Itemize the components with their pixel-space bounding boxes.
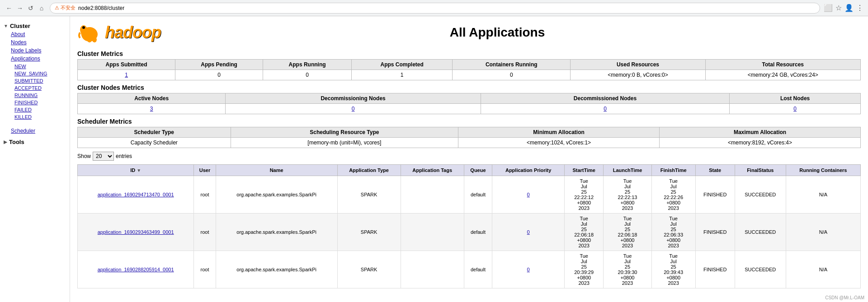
- cluster-header[interactable]: ▼ Cluster: [4, 22, 66, 30]
- menu-icon[interactable]: ⋮: [856, 4, 863, 12]
- sidebar-item-about[interactable]: About: [4, 30, 66, 38]
- id-sort-icon: ▼: [137, 168, 141, 173]
- sched-header-1: Scheduling Resource Type: [231, 127, 458, 138]
- main-content: ▼ Cluster About Nodes Node Labels Applic…: [0, 16, 868, 302]
- cell-running-containers: N/A: [786, 251, 860, 288]
- svg-point-4: [87, 37, 92, 42]
- sidebar-item-submitted[interactable]: SUBMITTED: [4, 77, 66, 84]
- priority-link[interactable]: 0: [527, 229, 530, 235]
- cell-final-status: SUCCEEDED: [735, 214, 786, 251]
- forward-button[interactable]: →: [15, 4, 24, 13]
- th-priority[interactable]: Application Priority: [492, 165, 565, 176]
- show-entries: Show 10 20 50 100 entries: [77, 152, 861, 161]
- sidebar-item-running[interactable]: RUNNING: [4, 92, 66, 99]
- cell-start-time: TueJul2520:39:29+08002023: [565, 251, 604, 288]
- nodes-val-3: 0: [730, 104, 861, 114]
- cluster-metrics-header-3: Apps Completed: [352, 60, 453, 70]
- nodes-header-2: Decommissioned Nodes: [481, 93, 729, 104]
- cluster-metrics-val-3: 1: [352, 70, 453, 80]
- sched-header-2: Minimum Allocation: [458, 127, 660, 138]
- apps-table-container: ID ▼ User Name Application Type Applicat…: [77, 164, 861, 288]
- th-running-containers[interactable]: Running Containers: [786, 165, 860, 176]
- scheduler-metrics-table: Scheduler Type Scheduling Resource Type …: [77, 127, 861, 148]
- sidebar-item-new[interactable]: NEW: [4, 63, 66, 70]
- cell-app-tags: [401, 176, 464, 214]
- nodes-val-2: 0: [481, 104, 729, 114]
- app-id-link[interactable]: application_1690293463499_0001: [98, 229, 174, 235]
- cluster-metrics-header-2: Apps Running: [263, 60, 351, 70]
- address-bar[interactable]: ⚠ 不安全 node2:8088/cluster: [50, 3, 820, 14]
- cluster-metrics-val-2: 0: [263, 70, 351, 80]
- th-state[interactable]: State: [695, 165, 735, 176]
- app-id-link[interactable]: application_1690294713470_0001: [98, 192, 174, 197]
- cell-app-tags: [401, 251, 464, 288]
- cluster-metrics-val-6: <memory:24 GB, vCores:24>: [705, 70, 860, 80]
- cell-priority: 0: [492, 176, 565, 214]
- cluster-label: Cluster: [10, 23, 30, 29]
- sidebar-item-scheduler[interactable]: Scheduler: [4, 127, 66, 135]
- app-id-link[interactable]: application_1690288205914_0001: [98, 267, 174, 272]
- th-app-type[interactable]: Application Type: [337, 165, 401, 176]
- sidebar-item-killed[interactable]: KILLED: [4, 113, 66, 121]
- cell-launch-time: TueJul2522:22:13+08002023: [604, 176, 651, 214]
- app-header: hadoop All Applications: [77, 20, 861, 45]
- cluster-section: ▼ Cluster About Nodes Node Labels Applic…: [0, 20, 70, 137]
- logo-text: hadoop: [105, 23, 161, 42]
- cell-app-tags: [401, 214, 464, 251]
- sidebar-item-failed[interactable]: FAILED: [4, 106, 66, 113]
- nodes-header-1: Decommissioning Nodes: [226, 93, 481, 104]
- bookmark-icon[interactable]: ☆: [835, 4, 842, 12]
- th-app-tags[interactable]: Application Tags: [401, 165, 464, 176]
- cell-final-status: SUCCEEDED: [735, 251, 786, 288]
- cell-name: org.apache.spark.examples.SparkPi: [216, 176, 337, 214]
- cell-running-containers: N/A: [786, 176, 860, 214]
- sidebar-item-nodes[interactable]: Nodes: [4, 38, 66, 46]
- th-id[interactable]: ID ▼: [78, 165, 194, 176]
- browser-bar: ← → ↺ ⌂ ⚠ 不安全 node2:8088/cluster ⬜ ☆ 👤 ⋮: [0, 0, 868, 16]
- sidebar-item-applications[interactable]: Applications: [4, 55, 66, 63]
- th-queue[interactable]: Queue: [464, 165, 492, 176]
- active-nodes-link[interactable]: 3: [150, 106, 153, 112]
- sidebar-item-accepted[interactable]: ACCEPTED: [4, 84, 66, 92]
- sched-header-3: Maximum Allocation: [660, 127, 861, 138]
- cell-id: application_1690294713470_0001: [78, 176, 194, 214]
- sidebar-item-node-labels[interactable]: Node Labels: [4, 46, 66, 55]
- profile-icon[interactable]: 👤: [844, 4, 854, 12]
- right-panel: hadoop All Applications Cluster Metrics …: [70, 16, 868, 302]
- sidebar-item-new-saving[interactable]: NEW_SAVING: [4, 70, 66, 77]
- th-launch-time[interactable]: LaunchTime: [604, 165, 651, 176]
- cell-name: org.apache.spark.examples.SparkPi: [216, 251, 337, 288]
- decommissioned-nodes-link[interactable]: 0: [604, 106, 607, 112]
- sidebar-item-finished[interactable]: FINISHED: [4, 99, 66, 106]
- cluster-metrics-val-0: 1: [78, 70, 175, 80]
- th-start-time[interactable]: StartTime: [565, 165, 604, 176]
- priority-link[interactable]: 0: [527, 192, 530, 197]
- cluster-metrics-title: Cluster Metrics: [77, 50, 861, 57]
- entries-select[interactable]: 10 20 50 100: [93, 152, 114, 161]
- th-name[interactable]: Name: [216, 165, 337, 176]
- hadoop-elephant-icon: [77, 20, 102, 45]
- sched-val-1: [memory-mb (unit=Mi), vcores]: [231, 138, 458, 148]
- th-finish-time[interactable]: FinishTime: [651, 165, 695, 176]
- cell-start-time: TueJul2522:06:18+08002023: [565, 214, 604, 251]
- table-row: application_1690293463499_0001 root org.…: [78, 214, 861, 251]
- cluster-metrics-table: Apps Submitted Apps Pending Apps Running…: [77, 59, 861, 80]
- back-button[interactable]: ←: [5, 4, 14, 13]
- reload-button[interactable]: ↺: [26, 4, 35, 13]
- watermark: CSDN @Mr.L-OAM: [825, 295, 864, 300]
- svg-point-3: [82, 26, 85, 29]
- lost-nodes-link[interactable]: 0: [793, 106, 797, 112]
- th-user[interactable]: User: [194, 165, 216, 176]
- sched-val-3: <memory:8192, vCores:4>: [660, 138, 861, 148]
- cast-icon[interactable]: ⬜: [824, 4, 833, 12]
- cell-queue: default: [464, 214, 492, 251]
- decommissioning-nodes-link[interactable]: 0: [352, 106, 355, 112]
- sidebar: ▼ Cluster About Nodes Node Labels Applic…: [0, 16, 70, 302]
- apps-submitted-link[interactable]: 1: [125, 72, 128, 78]
- priority-link[interactable]: 0: [527, 267, 530, 272]
- home-button[interactable]: ⌂: [37, 4, 46, 13]
- tools-header[interactable]: ▶ Tools: [0, 137, 70, 147]
- cell-finish-time: TueJul2522:22:26+08002023: [651, 176, 695, 214]
- th-final-status[interactable]: FinalStatus: [735, 165, 786, 176]
- security-warning: ⚠ 不安全: [55, 5, 75, 11]
